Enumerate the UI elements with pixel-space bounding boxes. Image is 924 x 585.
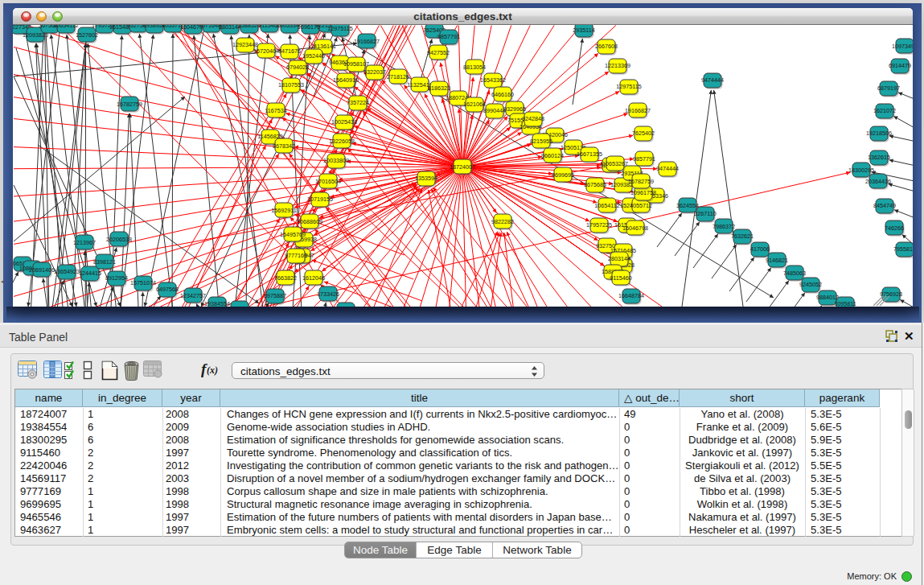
svg-text:8990444: 8990444: [483, 107, 506, 114]
svg-text:16046798: 16046798: [622, 225, 648, 232]
svg-text:17957225: 17957225: [586, 221, 612, 229]
svg-text:8186323: 8186323: [428, 84, 450, 92]
svg-text:1621064: 1621064: [463, 101, 486, 108]
svg-text:10025438: 10025438: [331, 118, 357, 126]
svg-text:1527602: 1527602: [76, 31, 98, 39]
svg-text:2718126: 2718126: [387, 73, 409, 80]
svg-text:12342757: 12342757: [180, 292, 206, 299]
svg-text:9427552: 9427552: [427, 49, 450, 56]
svg-text:9245052: 9245052: [799, 281, 822, 288]
svg-text:16648784: 16648784: [618, 292, 644, 299]
svg-text:9822282: 9822282: [491, 218, 514, 225]
svg-text:6879197: 6879197: [877, 84, 900, 92]
svg-text:7625402: 7625402: [632, 130, 655, 137]
svg-text:6794028: 6794028: [286, 64, 309, 71]
svg-text:3624554: 3624554: [676, 202, 699, 209]
svg-text:1362615: 1362615: [868, 154, 890, 161]
svg-text:9474444: 9474444: [701, 76, 724, 84]
svg-text:20206538: 20206538: [106, 236, 132, 243]
svg-text:12975115: 12975115: [616, 83, 641, 90]
svg-text:3267110: 3267110: [694, 210, 716, 217]
svg-text:9857791: 9857791: [437, 33, 460, 40]
svg-text:(x): (x): [207, 365, 218, 376]
svg-text:2935114: 2935114: [573, 27, 594, 34]
svg-text:8471676: 8471676: [278, 47, 301, 55]
svg-text:18300295: 18300295: [848, 167, 874, 174]
svg-text:9329965: 9329965: [503, 105, 526, 113]
svg-text:9146821: 9146821: [766, 257, 788, 264]
svg-text:7632621: 7632621: [731, 233, 754, 240]
svg-text:746266: 746266: [885, 225, 904, 232]
svg-text:10719155: 10719155: [307, 196, 333, 203]
svg-text:13654923: 13654923: [54, 268, 80, 275]
svg-text:8678342: 8678342: [273, 142, 295, 150]
svg-text:17016504: 17016504: [315, 178, 341, 185]
svg-text:12975115: 12975115: [327, 25, 352, 32]
svg-text:9975887: 9975887: [264, 292, 286, 299]
svg-text:9660124: 9660124: [541, 152, 564, 159]
svg-text:9699695: 9699695: [552, 171, 574, 179]
svg-text:12213369: 12213369: [605, 62, 630, 69]
svg-text:10654112: 10654112: [594, 202, 619, 209]
svg-text:1588520: 1588520: [238, 25, 261, 29]
svg-text:2803144: 2803144: [608, 255, 630, 262]
svg-text:7986372: 7986372: [713, 223, 735, 230]
svg-text:18107553: 18107553: [278, 81, 304, 89]
svg-text:6914479: 6914479: [889, 62, 911, 69]
svg-text:8813054: 8813054: [463, 64, 486, 71]
svg-text:1952440: 1952440: [302, 52, 325, 60]
svg-text:16782759: 16782759: [117, 101, 142, 108]
svg-text:10653267: 10653267: [602, 160, 628, 167]
svg-text:1733426: 1733426: [317, 290, 339, 298]
svg-text:7485063: 7485063: [783, 270, 806, 277]
svg-text:9857791: 9857791: [633, 155, 655, 163]
svg-text:8398121: 8398121: [93, 258, 116, 266]
svg-text:9115460: 9115460: [610, 274, 631, 282]
svg-text:8912954: 8912954: [105, 274, 128, 282]
svg-text:19384554: 19384554: [204, 300, 230, 307]
svg-text:417006: 417006: [750, 245, 770, 253]
svg-text:2667608: 2667608: [595, 43, 618, 50]
svg-text:1213967: 1213967: [73, 239, 96, 246]
svg-text:18724007: 18724007: [450, 163, 475, 171]
svg-text:19166827: 19166827: [354, 38, 380, 45]
svg-text:1244415: 1244415: [79, 270, 101, 277]
svg-text:7955812: 7955812: [893, 245, 913, 253]
svg-text:19218506: 19218506: [866, 130, 892, 137]
svg-text:15692911: 15692911: [271, 207, 296, 214]
svg-text:1167534: 1167534: [265, 107, 286, 114]
svg-text:10688609: 10688609: [297, 218, 322, 225]
svg-text:3675685: 3675685: [584, 181, 606, 188]
svg-text:10654112: 10654112: [53, 25, 78, 29]
svg-text:20364436: 20364436: [865, 178, 891, 185]
svg-text:15640910: 15640910: [333, 76, 359, 84]
svg-text:5322037: 5322037: [363, 68, 386, 76]
svg-text:1612046: 1612046: [302, 274, 325, 282]
svg-text:16671355: 16671355: [577, 150, 602, 158]
svg-text:9777169: 9777169: [285, 252, 307, 259]
svg-text:10958107: 10958107: [343, 60, 369, 68]
svg-text:10961758: 10961758: [630, 189, 656, 196]
svg-text:7663822: 7663822: [274, 274, 297, 282]
svg-text:8215955: 8215955: [530, 138, 552, 145]
svg-text:16782759: 16782759: [628, 178, 654, 185]
svg-text:9474444: 9474444: [656, 165, 679, 172]
svg-text:13226058: 13226058: [329, 138, 355, 145]
svg-text:16543362: 16543362: [480, 76, 506, 84]
svg-text:6466160: 6466160: [491, 91, 514, 98]
svg-text:9242848: 9242848: [522, 115, 544, 122]
svg-text:6497568: 6497568: [156, 286, 179, 293]
svg-text:20691406: 20691406: [29, 266, 55, 274]
svg-text:10973493: 10973493: [892, 43, 913, 50]
svg-text:8454749: 8454749: [873, 202, 896, 209]
svg-text:7357224: 7357224: [347, 99, 369, 106]
svg-text:10033809: 10033809: [323, 157, 349, 164]
svg-text:15495769: 15495769: [280, 231, 306, 238]
svg-text:1353594: 1353594: [415, 175, 437, 182]
svg-text:4055712: 4055712: [630, 202, 652, 209]
svg-text:15720407: 15720407: [253, 47, 279, 55]
svg-text:19166827: 19166827: [625, 107, 651, 114]
svg-text:1095811: 1095811: [834, 300, 856, 307]
svg-text:15751074: 15751074: [130, 279, 156, 286]
svg-text:1621072: 1621072: [873, 107, 896, 114]
